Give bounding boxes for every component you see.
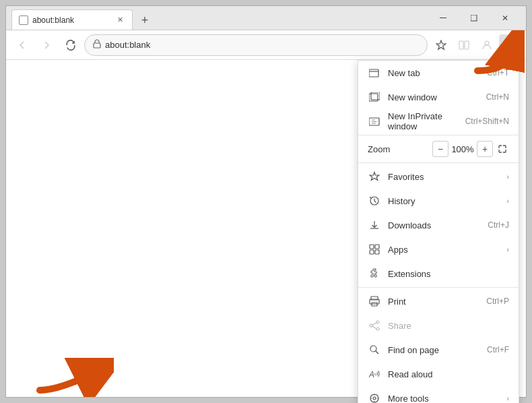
svg-text:A: A — [369, 370, 374, 379]
address-bar[interactable]: about:blank — [84, 34, 428, 56]
zoom-control: Zoom − 100% + — [358, 137, 519, 161]
zoom-decrease-button[interactable]: − — [432, 141, 448, 157]
menu-new-window-icon — [368, 90, 381, 104]
svg-point-5 — [485, 41, 489, 45]
menu-divider-2 — [358, 162, 519, 163]
svg-rect-16 — [370, 250, 374, 254]
menu-extensions-icon — [368, 267, 381, 280]
svg-point-22 — [370, 324, 372, 327]
svg-rect-9 — [369, 69, 378, 77]
svg-rect-1 — [471, 15, 477, 21]
svg-text:ᵾ: ᵾ — [374, 371, 377, 376]
close-button[interactable]: ✕ — [490, 6, 521, 30]
refresh-button[interactable] — [60, 34, 81, 56]
menu-extensions-label: Extensions — [388, 269, 509, 279]
menu-read-aloud-label: Read aloud — [388, 369, 509, 379]
address-lock-icon — [93, 39, 101, 51]
menu-share-icon — [368, 319, 381, 332]
menu-item-more-tools[interactable]: More tools › — [358, 386, 519, 403]
restore-button[interactable] — [459, 6, 490, 30]
settings-arrow — [33, 343, 114, 397]
menu-more-tools-icon — [368, 392, 381, 403]
menu-inprivate-shortcut: Ctrl+Shift+N — [465, 117, 509, 126]
menu-history-label: History — [388, 196, 504, 206]
menu-favorites-icon — [368, 170, 381, 183]
menu-item-share[interactable]: Share — [358, 313, 519, 338]
history-arrow-icon: › — [506, 197, 509, 205]
menu-apps-label: Apps — [388, 245, 504, 255]
menu-item-read-aloud[interactable]: Aᵾ Read aloud — [358, 362, 519, 386]
tab-area: about:blank ✕ + — [11, 6, 428, 30]
nav-bar: about:blank — [6, 30, 526, 60]
favorites-star-button[interactable] — [430, 34, 452, 56]
menu-item-new-tab[interactable]: New tab Ctrl+T — [358, 61, 519, 85]
menu-item-print[interactable]: Print Ctrl+P — [358, 289, 519, 313]
menu-print-shortcut: Ctrl+P — [486, 297, 509, 306]
menu-item-downloads[interactable]: Downloads Ctrl+J — [358, 213, 519, 237]
minimize-button[interactable] — [428, 6, 459, 30]
svg-point-24 — [370, 346, 376, 352]
zoom-label: Zoom — [368, 144, 432, 154]
svg-point-6 — [509, 40, 511, 42]
menu-new-window-shortcut: Ctrl+N — [486, 92, 509, 102]
menu-new-window-label: New window — [388, 92, 481, 102]
menu-item-extensions[interactable]: Extensions — [358, 261, 519, 286]
apps-arrow-icon: › — [506, 245, 509, 253]
zoom-increase-button[interactable]: + — [477, 141, 493, 157]
zoom-value: 100% — [448, 144, 477, 154]
menu-find-label: Find on page — [388, 345, 481, 355]
svg-rect-15 — [375, 245, 379, 249]
menu-favorites-label: Favorites — [388, 172, 504, 182]
svg-point-7 — [509, 44, 511, 46]
menu-item-favorites[interactable]: Favorites › — [358, 164, 519, 189]
svg-point-21 — [376, 321, 379, 323]
menu-read-aloud-icon: Aᵾ — [368, 367, 381, 381]
menu-new-tab-icon — [368, 66, 381, 80]
forward-button[interactable] — [36, 34, 57, 56]
address-text: about:blank — [105, 40, 419, 50]
menu-item-inprivate[interactable]: New InPrivate window Ctrl+Shift+N — [358, 109, 519, 133]
tab-page-icon — [19, 16, 28, 25]
menu-inprivate-label: New InPrivate window — [388, 111, 460, 131]
menu-history-icon — [368, 194, 381, 208]
menu-downloads-shortcut: Ctrl+J — [488, 220, 509, 230]
dropdown-menu: New tab Ctrl+T New window Ctrl+N New InP… — [358, 60, 519, 403]
svg-point-23 — [376, 328, 379, 330]
menu-item-history[interactable]: History › — [358, 189, 519, 213]
title-bar: about:blank ✕ + ✕ — [6, 6, 526, 30]
menu-find-icon — [368, 343, 381, 356]
new-tab-button[interactable]: + — [135, 11, 154, 30]
menu-item-apps[interactable]: Apps › — [358, 237, 519, 261]
menu-item-new-window[interactable]: New window Ctrl+N — [358, 85, 519, 109]
tab-label: about:blank — [32, 16, 110, 25]
menu-print-label: Print — [388, 297, 481, 307]
menu-downloads-icon — [368, 218, 381, 232]
browser-window: about:blank ✕ + ✕ — [5, 5, 527, 398]
menu-downloads-label: Downloads — [388, 220, 482, 230]
svg-rect-14 — [370, 245, 374, 249]
menu-new-tab-label: New tab — [388, 68, 481, 78]
menu-button[interactable] — [499, 34, 521, 56]
menu-find-shortcut: Ctrl+F — [487, 345, 509, 354]
read-mode-button[interactable] — [453, 34, 475, 56]
menu-divider-3 — [358, 287, 519, 288]
page-content: New tab Ctrl+T New window Ctrl+N New InP… — [6, 60, 526, 397]
more-tools-arrow-icon: › — [506, 394, 509, 402]
menu-divider-1 — [358, 135, 519, 135]
svg-rect-2 — [94, 43, 100, 48]
back-button[interactable] — [11, 34, 33, 56]
menu-more-tools-label: More tools — [388, 394, 504, 404]
svg-rect-3 — [459, 41, 463, 49]
nav-actions — [430, 34, 521, 56]
favorites-arrow-icon: › — [506, 173, 509, 181]
menu-item-find[interactable]: Find on page Ctrl+F — [358, 338, 519, 362]
svg-point-28 — [373, 397, 376, 400]
active-tab[interactable]: about:blank ✕ — [11, 9, 133, 30]
menu-apps-icon — [368, 243, 381, 256]
menu-new-tab-shortcut: Ctrl+T — [487, 68, 509, 78]
profile-button[interactable] — [476, 34, 498, 56]
tab-close-button[interactable]: ✕ — [114, 15, 125, 26]
menu-print-icon — [368, 294, 381, 308]
zoom-expand-button[interactable] — [496, 142, 509, 156]
svg-rect-17 — [375, 250, 379, 254]
